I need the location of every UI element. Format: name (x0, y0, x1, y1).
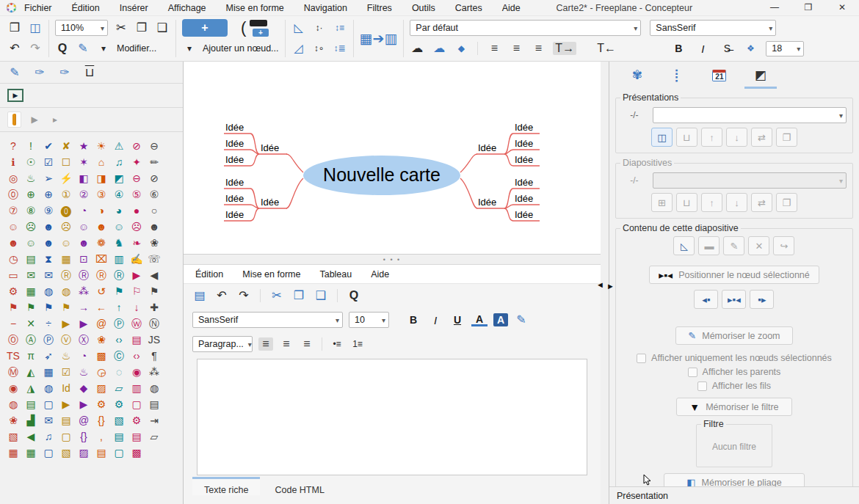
undo-icon[interactable]: ↶ (7, 43, 22, 54)
show-children-checkbox[interactable]: Afficher les fils (620, 381, 848, 391)
palette-icon[interactable]: Ⓡ (93, 267, 110, 283)
leaf-node[interactable]: Idée (515, 193, 533, 204)
root-node-label[interactable]: Nouvelle carte (323, 164, 441, 185)
palette-icon[interactable]: ◀ (145, 267, 163, 283)
palette-icon[interactable]: ✉ (40, 412, 57, 428)
palette-icon[interactable]: ③ (93, 186, 110, 202)
leaf-node[interactable]: Idée (515, 209, 533, 220)
palette-icon[interactable]: ✉ (40, 267, 57, 283)
palette-icon[interactable]: ⊕ (22, 186, 40, 202)
palette-icon[interactable]: ▤ (22, 396, 40, 412)
palette-icon[interactable]: ⚠ (110, 138, 128, 154)
palette-icon[interactable]: ⊖ (128, 170, 145, 186)
palette-icon[interactable]: @ (75, 412, 93, 428)
presentations-combobox[interactable]: ▾ (653, 107, 847, 123)
palette-icon[interactable]: ▶ (75, 315, 93, 332)
palette-icon[interactable]: TS (4, 348, 22, 364)
align-left-icon[interactable]: ≡ (487, 43, 501, 54)
open-file-icon[interactable]: ❒ (7, 22, 22, 34)
palette-icon[interactable]: ⚙ (110, 396, 128, 412)
palette-icon[interactable]: ☐ (57, 154, 75, 170)
tab-calendar[interactable]: 21 (703, 64, 736, 89)
slide-up-button[interactable]: ↑ (701, 193, 722, 212)
palette-icon[interactable]: ❀ (145, 235, 163, 251)
palette-icon[interactable]: ☀ (93, 138, 110, 154)
bold-icon[interactable]: B (405, 314, 421, 326)
palette-icon[interactable]: ⚐ (128, 283, 145, 299)
palette-icon[interactable]: ⚑ (4, 299, 22, 315)
place-node-right-button[interactable]: ▪▸ (750, 290, 774, 309)
note-menu-item[interactable]: Mise en forme (242, 269, 300, 280)
palette-icon[interactable]: ⇥ (145, 412, 163, 428)
palette-icon[interactable]: ◶ (93, 364, 110, 380)
note-menu-item[interactable]: Aide (371, 269, 389, 280)
move-up-button[interactable]: ↑ (701, 128, 722, 147)
palette-icon[interactable]: ⊡ (75, 251, 93, 267)
font-family-combobox[interactable]: SansSerif ▾ (650, 20, 776, 36)
palette-icon[interactable]: ⑤ (128, 186, 145, 202)
cloud-style-icon[interactable]: ☁ (432, 43, 446, 54)
style-combobox[interactable]: Par défaut ▾ (410, 20, 641, 36)
menu-item[interactable]: Mise en forme (226, 3, 284, 13)
layout-outline-icon[interactable]: ◿ (291, 43, 306, 54)
palette-icon[interactable]: ⑦ (4, 202, 22, 219)
tab-nodes[interactable]: ⡇ (662, 64, 695, 89)
palette-icon[interactable]: ▤ (128, 428, 145, 445)
menu-item[interactable]: Filtres (367, 3, 392, 13)
tab-presentation[interactable]: ◩ (744, 64, 777, 89)
palette-icon[interactable]: ◩ (110, 170, 128, 186)
collapse-left-icon[interactable]: ◄ (596, 280, 604, 504)
align-center-icon[interactable]: ≡ (509, 43, 523, 54)
leaf-node[interactable]: Idée (225, 177, 244, 188)
palette-icon[interactable]: ▤ (128, 332, 145, 348)
palette-icon[interactable]: ‹› (128, 348, 145, 364)
palette-icon[interactable]: ▢ (110, 445, 128, 461)
palette-icon[interactable]: ✚ (145, 299, 163, 315)
palette-icon[interactable]: ⊘ (145, 170, 163, 186)
palette-icon[interactable]: ↑ (110, 299, 128, 315)
palette-icon[interactable]: ◭ (22, 364, 40, 380)
vertical-gap-node2-icon[interactable]: ↕∘ (312, 44, 327, 53)
palette-icon[interactable]: ☻ (40, 235, 57, 251)
bullet-list-icon[interactable]: •≡ (330, 340, 344, 348)
palette-icon[interactable]: JS (145, 332, 163, 348)
palette-icon[interactable]: {} (75, 428, 93, 445)
vertical-gap-tree-icon[interactable]: ↕≡ (333, 23, 347, 32)
bold-icon[interactable]: B (670, 43, 686, 54)
palette-icon[interactable]: {} (93, 412, 110, 428)
align-right-icon[interactable]: ≡ (300, 338, 314, 350)
delete-presentation-button[interactable]: ⊔ (676, 128, 697, 147)
palette-icon[interactable]: ◍ (145, 380, 163, 396)
media-film-icon[interactable]: ▶ (7, 89, 23, 102)
palette-icon[interactable]: ☺ (110, 219, 128, 235)
palette-icon[interactable]: ☻ (93, 219, 110, 235)
restore-button[interactable]: ❐ (791, 0, 825, 15)
chevron-down-icon[interactable]: ▾ (182, 44, 197, 53)
palette-icon[interactable]: ▤ (145, 396, 163, 412)
strikethrough-icon[interactable]: S̶ (719, 43, 735, 54)
palette-icon[interactable]: ☺ (22, 235, 40, 251)
goto-node-button[interactable]: ↪ (773, 236, 794, 255)
leaf-node[interactable]: Idée (225, 209, 244, 220)
palette-icon[interactable]: ⌂ (93, 154, 110, 170)
palette-icon[interactable]: ⁂ (145, 364, 163, 380)
palette-icon[interactable]: Ⓡ (57, 267, 75, 283)
search-icon[interactable]: Q (55, 43, 70, 54)
palette-icon[interactable]: ▤ (22, 251, 40, 267)
align-center-icon[interactable]: ≡ (279, 338, 294, 350)
palette-icon[interactable]: ◮ (22, 380, 40, 396)
palette-icon[interactable]: ▦ (40, 364, 57, 380)
palette-icon[interactable]: ✕ (22, 315, 40, 332)
palette-icon[interactable]: ☏ (145, 251, 163, 267)
palette-icon[interactable]: ② (75, 186, 93, 202)
palette-icon[interactable]: ① (57, 186, 75, 202)
palette-icon[interactable]: ◍ (40, 380, 57, 396)
palette-icon[interactable]: ◑ (93, 202, 110, 219)
new-node-button[interactable]: + (182, 19, 228, 37)
palette-icon[interactable]: Ⓡ (75, 267, 93, 283)
palette-icon[interactable]: ⁂ (75, 283, 93, 299)
palette-icon[interactable]: π (22, 348, 40, 364)
leaf-node[interactable]: Idée (225, 138, 244, 149)
palette-icon[interactable]: ▩ (128, 445, 145, 461)
palette-icon[interactable]: ⚙ (93, 396, 110, 412)
